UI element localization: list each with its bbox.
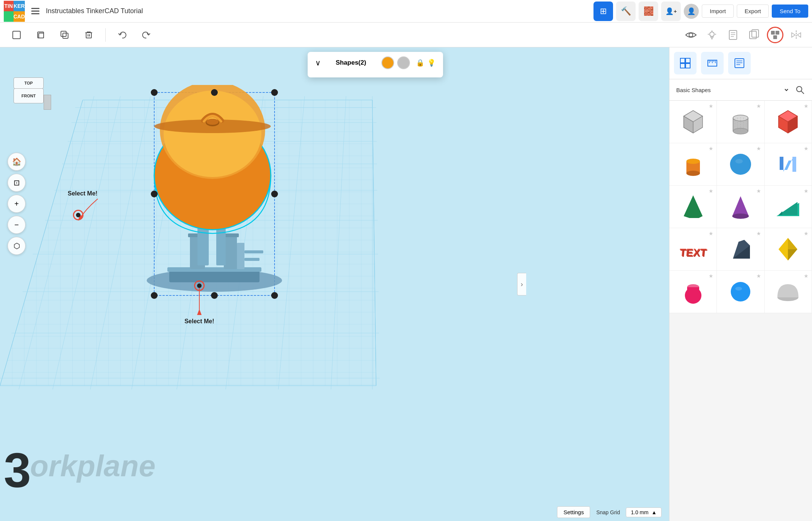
home-view-button[interactable]: 🏠 [8,153,26,171]
shape-red-box-visual [773,107,803,137]
blocks-button[interactable]: 🧱 [639,2,658,21]
shape-item-sphere[interactable]: ★ [717,143,764,186]
favorite-star[interactable]: ★ [756,188,761,194]
fit-view-button[interactable]: ⊡ [8,174,26,192]
favorite-star[interactable]: ★ [804,188,809,194]
svg-marker-120 [684,195,703,218]
popup-bulb-icon[interactable]: 💡 [427,59,436,67]
mirror-button[interactable] [788,27,804,43]
shape-item-pink[interactable]: ★ [669,271,717,313]
shape-item-orange-cylinder[interactable]: ★ [669,143,717,186]
popup-color1[interactable] [381,56,394,69]
favorite-star[interactable]: ★ [804,103,809,109]
svg-point-122 [732,214,749,219]
favorite-star[interactable]: ★ [709,103,713,109]
favorite-star[interactable]: ★ [709,230,713,236]
panel-ruler-icon[interactable] [701,52,724,74]
svg-marker-135 [788,249,797,260]
duplicate-button[interactable] [56,26,74,44]
delete-button[interactable] [80,26,98,44]
new-button[interactable] [8,26,26,44]
favorite-star[interactable]: ★ [709,188,713,194]
favorite-star[interactable]: ★ [709,145,713,151]
collapse-handle[interactable]: › [517,273,526,295]
search-bar: Basic Shapes [669,79,812,101]
send-to-button[interactable]: Send To [772,5,808,18]
svg-marker-25 [797,33,801,37]
shape-box-visual [678,107,708,137]
zoom-out-button[interactable]: − [8,216,26,234]
export-button[interactable]: Export [737,5,769,18]
shape-item-cone[interactable]: ★ [717,186,764,228]
favorite-star[interactable]: ★ [756,145,761,151]
svg-rect-5 [86,33,91,38]
shape-item-box[interactable]: ★ [669,101,717,143]
menu-icon[interactable] [29,5,42,18]
shape-item-cylinder-gray[interactable]: ★ [717,101,764,143]
grid-view-button[interactable]: ⊞ [593,2,613,21]
favorite-star[interactable]: ★ [756,230,761,236]
workplane-label: orkplane [30,449,155,483]
shape-item-pyramid[interactable]: ★ [669,186,717,228]
popup-lock-icon[interactable]: 🔒 [416,59,424,67]
select-me-bottom-label: Select Me! [184,318,214,325]
shape-item-gray2[interactable]: ★ [765,271,812,313]
snap-chevron-icon[interactable]: ▲ [651,509,657,515]
favorite-star[interactable]: ★ [804,273,809,279]
shape-item-prism[interactable]: ★ [717,228,764,271]
snap-value: 1.0 mm [631,509,648,515]
svg-marker-24 [792,33,795,37]
svg-point-112 [686,159,700,164]
view-button[interactable] [683,27,699,43]
shape-item-red-box[interactable]: ★ [765,101,812,143]
shapes-popup: ∨ Shapes(2) 🔒 💡 [308,52,443,77]
popup-color2[interactable] [397,56,410,69]
popup-collapse-icon[interactable]: ∨ [315,58,321,67]
nav-cube-side[interactable] [44,95,51,110]
nav-cube: TOP FRONT [8,77,44,103]
shape-category-select[interactable]: Basic Shapes [675,86,789,94]
shape-item-roof[interactable]: ★ [765,228,812,271]
redo-button[interactable] [137,26,155,44]
search-button[interactable] [793,83,807,97]
panel-notes-icon[interactable] [728,52,751,74]
select-circle-bottom [194,280,205,291]
shape-item-text[interactable]: ★ TEXT TEXT [669,228,717,271]
favorite-star[interactable]: ★ [804,230,809,236]
shape-grid: ★ ★ [669,101,812,313]
logo-blank [4,11,14,22]
import-button[interactable]: Import [702,5,734,18]
avatar[interactable]: 👤 [684,4,699,19]
note2-button[interactable] [746,27,762,43]
3d-view-button[interactable]: ⬡ [8,237,26,255]
settings-button[interactable]: Settings [557,506,590,518]
svg-text:TEXT: TEXT [680,247,707,259]
panel-grid-icon[interactable] [674,52,697,74]
shape-item-wedge[interactable]: ★ [765,186,812,228]
light-button[interactable] [704,27,720,43]
snap-value-box[interactable]: 1.0 mm ▲ [626,507,662,517]
copy-button[interactable] [32,26,50,44]
group-button[interactable] [767,27,783,43]
nav-cube-top[interactable]: TOP [14,77,44,89]
favorite-star[interactable]: ★ [709,273,713,279]
svg-rect-4 [63,33,68,38]
favorite-star[interactable]: ★ [756,103,761,109]
svg-rect-21 [776,31,779,35]
shape-item-letter[interactable]: ★ [765,143,812,186]
toolbar [0,23,812,47]
hammer-button[interactable]: 🔨 [616,2,636,21]
shape-item-blue2[interactable]: ★ [717,271,764,313]
shape-orange-cyl-visual [678,149,708,179]
undo-button[interactable] [113,26,131,44]
logo-tin: TIN [4,1,14,11]
svg-rect-3 [61,31,66,36]
favorite-star[interactable]: ★ [756,273,761,279]
nav-cube-front[interactable]: FRONT [14,88,44,103]
note-button[interactable] [725,27,741,43]
favorite-star[interactable]: ★ [804,145,809,151]
zoom-in-button[interactable]: + [8,195,26,213]
svg-rect-22 [773,35,777,39]
add-user-button[interactable]: 👤+ [661,2,681,21]
viewport[interactable]: Select Me! [0,47,669,521]
